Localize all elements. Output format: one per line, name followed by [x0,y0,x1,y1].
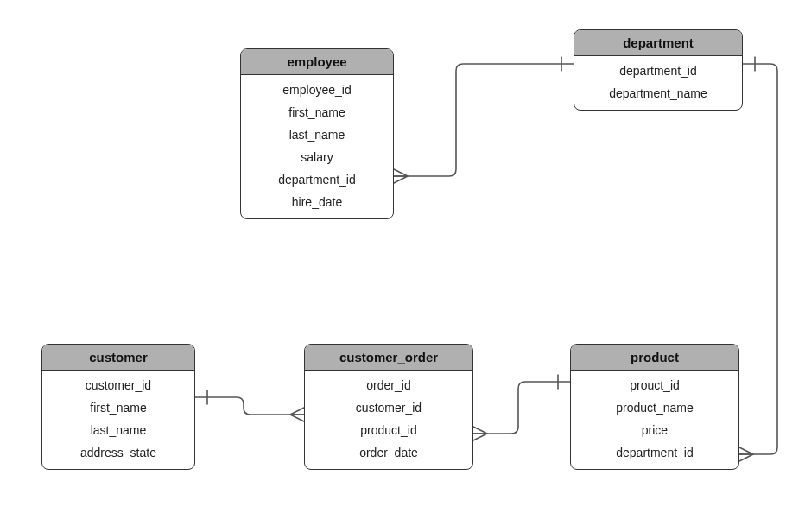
entity-customer: customer customer_id first_name last_nam… [41,344,195,470]
rel-employee-department [394,64,574,176]
entity-product-body: prouct_id product_name price department_… [571,370,738,469]
attr: department_name [574,82,742,104]
entity-department-title: department [574,30,742,56]
rel-department-product [739,64,777,454]
attr: address_state [42,441,194,464]
entity-customer-order-title: customer_order [305,345,472,370]
entity-product: product prouct_id product_name price dep… [570,344,739,470]
attr: prouct_id [571,374,738,396]
entity-customer-order: customer_order order_id customer_id prod… [304,344,473,470]
entity-employee-body: employee_id first_name last_name salary … [241,75,393,218]
attr: product_id [305,419,472,441]
crowfoot-customerorder-right [473,427,487,440]
rel-customer-customerorder [195,397,304,415]
attr: order_id [305,374,472,396]
attr: department_id [241,168,393,191]
crowfoot-employee [394,169,408,183]
attr: department_id [574,60,742,82]
attr: price [571,419,738,441]
attr: first_name [42,396,194,419]
entity-department: department department_id department_name [574,29,743,111]
attr: product_name [571,396,738,419]
attr: last_name [42,419,194,441]
attr: last_name [241,124,393,146]
entity-customer-title: customer [42,345,194,370]
attr: salary [241,146,393,168]
attr: employee_id [241,79,393,101]
rel-customerorder-product [473,382,570,434]
attr: hire_date [241,191,393,213]
entity-product-title: product [571,345,738,370]
attr: department_id [571,441,738,464]
entity-department-body: department_id department_name [574,56,742,110]
attr: customer_id [305,396,472,419]
entity-customer-body: customer_id first_name last_name address… [42,370,194,469]
attr: first_name [241,101,393,124]
attr: customer_id [42,374,194,396]
entity-employee: employee employee_id first_name last_nam… [240,48,394,219]
crowfoot-customerorder-left [290,408,304,421]
crowfoot-product-right [739,447,753,461]
entity-employee-title: employee [241,49,393,75]
entity-customer-order-body: order_id customer_id product_id order_da… [305,370,472,469]
attr: order_date [305,441,472,464]
